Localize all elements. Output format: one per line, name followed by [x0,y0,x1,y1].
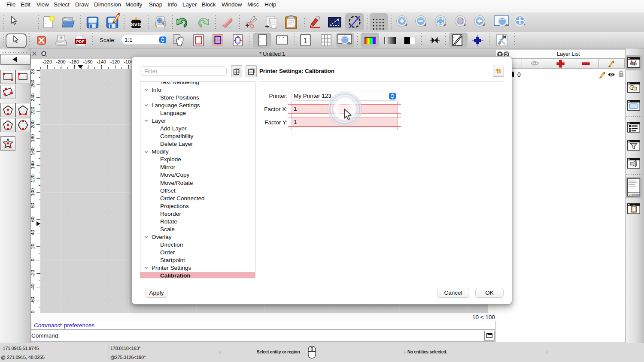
svg-text:C: command: C: command [629,194,640,196]
svg-text:1: 1 [303,36,308,45]
svg-text:SVG: SVG [131,22,141,27]
svg-text:PDF: PDF [76,39,85,44]
